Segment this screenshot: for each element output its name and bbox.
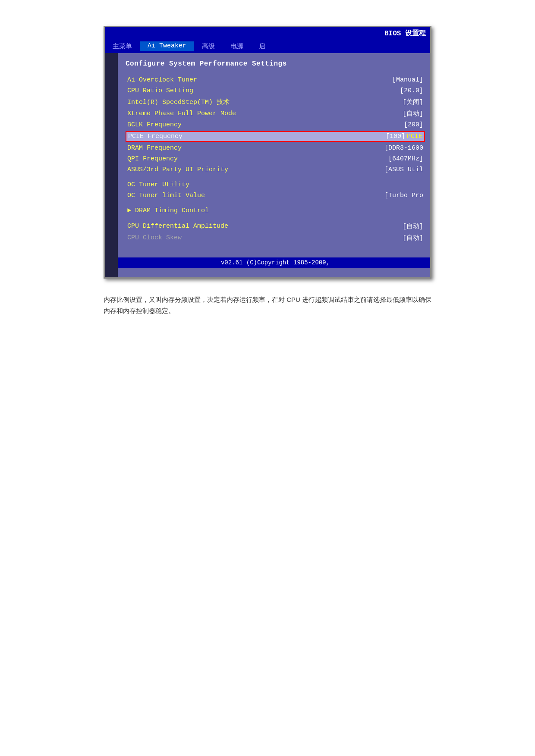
menu-pcie-freq-value: [100] [386,133,405,140]
menu-bclk-freq-label: BCLK Frequency [127,121,182,129]
menu-oc-tuner-utility-label: OC Tuner Utility [127,181,189,188]
spacer-2 [126,202,425,206]
menu-oc-tuner-limit-label: OC Tuner limit Value [127,192,205,199]
menu-dram-timing[interactable]: ► DRAM Timing Control [126,206,425,215]
menu-pcie-overflow: PCIE [407,133,422,140]
menu-ai-overclock[interactable]: Ai Overclock Tuner [Manual] [126,75,425,85]
menu-speedstep[interactable]: Intel(R) SpeedStep(TM) 技术 [关闭] [126,97,425,107]
menu-cpu-diff-amp[interactable]: CPU Differential Amplitude [自动] [126,221,425,231]
nav-item-boot[interactable]: 启 [251,41,273,51]
menu-oc-tuner-limit-value: [Turbo Pro [384,192,423,199]
menu-qpi-freq-value: [6407MHz] [388,155,423,163]
menu-asus-priority-label: ASUS/3rd Party UI Priority [127,166,228,173]
bios-main-panel: Configure System Performance Settings Ai… [118,53,431,257]
menu-qpi-freq[interactable]: QPI Frequency [6407MHz] [126,154,425,163]
spacer-3 [126,217,425,221]
spacer-4 [126,245,425,249]
menu-pcie-freq[interactable]: PCIE Frequency [100] PCIE [126,131,425,142]
menu-oc-tuner-utility[interactable]: OC Tuner Utility [126,180,425,189]
menu-cpu-ratio-value: [20.0] [400,87,423,94]
menu-xtreme-phase-value: [自动] [403,110,423,118]
bios-title-text: BIOS 设置程 [384,30,426,38]
menu-xtreme-phase-label: Xtreme Phase Full Power Mode [127,110,236,117]
description-content: 内存比例设置，又叫内存分频设置，决定着内存运行频率，在对 CPU 进行超频调试结… [104,296,431,314]
nav-item-advanced[interactable]: 高级 [194,41,223,51]
menu-bclk-freq[interactable]: BCLK Frequency [200] [126,120,425,129]
menu-cpu-ratio[interactable]: CPU Ratio Setting [20.0] [126,86,425,95]
menu-qpi-freq-label: QPI Frequency [127,155,178,163]
spacer-1 [126,176,425,180]
menu-ai-overclock-value: [Manual] [392,76,423,84]
description-text: 内存比例设置，又叫内存分频设置，决定着内存运行频率，在对 CPU 进行超频调试结… [104,294,431,316]
menu-dram-timing-label: ► DRAM Timing Control [127,207,209,214]
menu-dram-freq[interactable]: DRAM Frequency [DDR3-1600 [126,144,425,153]
menu-cpu-clock-skew-value: [自动] [403,234,423,242]
menu-pcie-freq-label: PCIE Frequency [128,133,183,140]
menu-dram-freq-label: DRAM Frequency [127,144,182,152]
bios-left-sidebar [105,53,118,277]
bios-content: Configure System Performance Settings Ai… [118,53,431,277]
menu-asus-priority[interactable]: ASUS/3rd Party UI Priority [ASUS Util [126,165,425,174]
menu-cpu-clock-skew[interactable]: CPU Clock Skew [自动] [126,233,425,243]
nav-item-power[interactable]: 电源 [223,41,251,51]
menu-ai-overclock-label: Ai Overclock Tuner [127,76,197,84]
bios-main-wrapper: Configure System Performance Settings Ai… [105,53,431,277]
menu-xtreme-phase[interactable]: Xtreme Phase Full Power Mode [自动] [126,109,425,119]
menu-cpu-diff-amp-value: [自动] [403,222,423,230]
bios-footer: v02.61 (C)Copyright 1985-2009, [118,257,431,268]
menu-speedstep-label: Intel(R) SpeedStep(TM) 技术 [127,98,230,106]
nav-item-main[interactable]: 主菜单 [105,41,140,51]
bios-screenshot: BIOS 设置程 主菜单 Ai Tweaker 高级 电源 启 Configur… [104,26,431,279]
bios-nav-bar: 主菜单 Ai Tweaker 高级 电源 启 [105,40,430,53]
nav-item-ai-tweaker[interactable]: Ai Tweaker [140,41,194,51]
menu-cpu-clock-skew-label: CPU Clock Skew [127,234,182,242]
menu-oc-tuner-limit[interactable]: OC Tuner limit Value [Turbo Pro [126,191,425,200]
bios-footer-text: v02.61 (C)Copyright 1985-2009, [221,259,330,266]
menu-cpu-ratio-label: CPU Ratio Setting [127,87,193,94]
bios-section-title: Configure System Performance Settings [126,60,425,68]
menu-cpu-diff-amp-label: CPU Differential Amplitude [127,223,228,230]
menu-bclk-freq-value: [200] [404,121,423,129]
spacer-5 [126,249,425,253]
menu-asus-priority-value: [ASUS Util [384,166,423,173]
menu-speedstep-value: [关闭] [403,98,423,106]
bios-title-bar: BIOS 设置程 [105,27,430,40]
menu-dram-freq-value: [DDR3-1600 [384,144,423,152]
